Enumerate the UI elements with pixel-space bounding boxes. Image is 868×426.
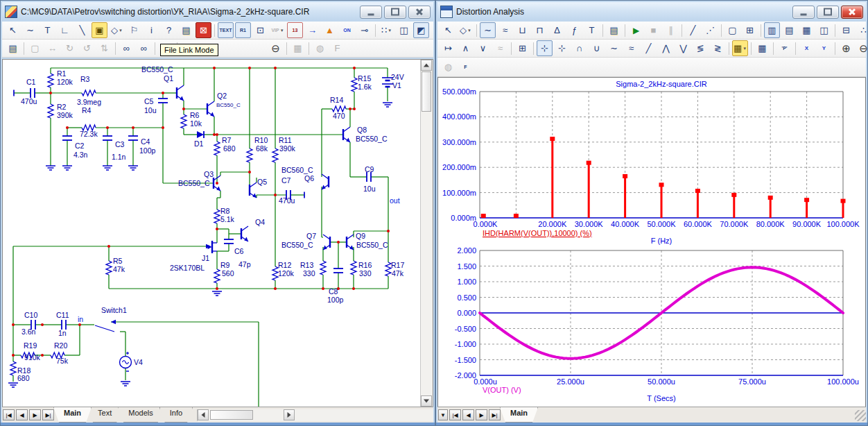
go-to-branch-icon[interactable]: ≈ [492,40,508,56]
condition-display-toggle-icon[interactable]: ON [339,22,355,38]
diagonal-wire-mode-icon[interactable]: ╲ [74,22,90,38]
nav-button-2[interactable]: ▶ [476,409,487,420]
inflection-cursor-icon[interactable]: ≶ [693,40,709,56]
low-cursor-icon[interactable]: ⋁ [675,40,691,56]
rotate-icon[interactable]: ↻ [62,40,78,56]
fourier-window-icon[interactable]: F [458,59,474,75]
formula-mode-icon[interactable]: ƒ [566,22,582,38]
text-display-toggle-icon[interactable]: TEXT [218,22,234,38]
browser-icon[interactable]: ◍ [312,40,328,56]
ortho-wire-mode-icon[interactable]: ∟ [57,22,73,38]
nav-button-0[interactable]: |◀ [3,409,15,420]
go-to-x-icon[interactable]: ↦ [440,40,456,56]
flag-mode-icon[interactable]: ⚐ [126,22,142,38]
shape-mode-icon[interactable]: ◇▼ [109,22,125,38]
nav-button-0[interactable]: |◀ [449,409,461,420]
minimize-button[interactable] [792,6,815,19]
info-mode-icon[interactable]: i [144,22,159,38]
page-dropdown-button[interactable]: ▼ [438,409,448,420]
slope-cursor-icon[interactable]: ╱ [641,40,657,56]
go-to-valley-icon[interactable]: ∨ [475,40,491,56]
vscroll-thumb[interactable] [422,71,431,112]
zoom-out-icon[interactable]: ⊖ [268,40,284,56]
select-box-mode-icon[interactable]: ▢ [724,22,740,38]
numeric-output-icon[interactable]: ▦ [754,40,770,56]
horizontal-tag-mode-icon[interactable]: ⊔ [514,22,530,38]
line-points-mode-icon[interactable]: ⋰ [702,22,718,38]
scroll-up-button[interactable] [421,60,432,71]
plot-group-3-icon[interactable]: ▦ [799,22,815,38]
minimize-button[interactable] [360,6,382,19]
pause-button-icon[interactable]: ∥ [663,22,679,38]
schematic-hscrollbar[interactable] [197,409,433,421]
browser-icon[interactable]: ◍ [440,59,456,75]
cursor-mode-icon[interactable]: ≈ [497,22,513,38]
tab-info[interactable]: Info [159,407,193,423]
grid-toggle-icon[interactable]: ∷▼ [379,22,394,38]
find-component-icon[interactable]: ∞ [119,40,134,56]
graph-paper-toggle-icon[interactable]: ⊞ [742,22,758,38]
region-enable-mode-icon[interactable]: ▤ [178,22,194,38]
cursor-left-icon[interactable]: ⊹ [537,40,553,56]
fall-cursor-icon[interactable]: ≈ [623,40,639,56]
schematic-canvas[interactable]: C1470uR1120kR2390kR33.9megR472.3kC24.3nC… [3,60,409,408]
slider-toggle-icon[interactable]: 13 [287,22,303,38]
high-cursor-icon[interactable]: ⋀ [658,40,674,56]
select-region-icon[interactable]: ▢ [27,40,43,56]
current-display-toggle-icon[interactable]: → [304,22,320,38]
scroll-down-button[interactable] [421,395,432,407]
nav-button-2[interactable]: ▶ [29,409,41,420]
hscroll-thumb[interactable] [210,410,253,420]
select-tool-icon[interactable]: ↖ [5,22,21,38]
text-mode-icon[interactable]: T [40,22,55,38]
cursor-mode-icon[interactable]: ◩ [413,22,429,38]
vip-toggle-icon[interactable]: VIP▼ [270,22,286,38]
wire-mode-icon[interactable]: ∼ [22,22,38,38]
font-tool-icon[interactable]: F [329,40,345,56]
select-tool-icon[interactable]: ↖ [440,22,456,38]
nav-button-3[interactable]: ▶| [42,409,54,420]
periodic-steady-state-icon[interactable]: 'P' [776,40,792,56]
shape-mode-icon[interactable]: ◇▼ [458,22,474,38]
pin-connection-toggle-icon[interactable]: ⊸ [356,22,372,38]
y-axis-scale-icon[interactable]: Y [816,40,832,56]
file-link-mode-icon[interactable]: ⊠ [196,22,211,38]
component-mode-icon[interactable]: ▣ [92,22,107,38]
find-icon[interactable]: ∞ [136,40,152,56]
help-mode-icon[interactable]: ? [161,22,177,38]
restore-button[interactable] [817,6,839,19]
line-mode-icon[interactable]: ╱ [685,22,701,38]
power-display-toggle-icon[interactable]: ▲ [322,22,338,38]
flip-vertical-icon[interactable]: ⇅ [96,40,112,56]
scroll-right-button[interactable] [284,409,295,420]
restore-button[interactable] [384,6,406,19]
peak-cursor-icon[interactable]: ∩ [571,40,587,56]
global-cursor-icon[interactable]: ≷ [710,40,726,56]
box-tool-icon[interactable]: ▦ [290,40,306,56]
flip-horizontal-icon[interactable]: ↔ [44,40,60,56]
plot-group-2-icon[interactable]: ▤ [781,22,797,38]
tab-text[interactable]: Text [87,407,122,423]
x-axis-scale-icon[interactable]: X [799,40,815,56]
run-button-icon[interactable]: ▶ [628,22,644,38]
zoom-out-icon[interactable]: ⊖ [856,40,868,56]
close-button[interactable] [841,6,863,19]
tab-main[interactable]: Main [53,407,92,423]
properties-button-icon[interactable]: ▤ [5,40,21,56]
go-to-peak-icon[interactable]: ∧ [458,40,474,56]
tab-main[interactable]: Main [500,407,538,423]
plot-group-1-icon[interactable]: ▥ [764,22,780,38]
resize-grip[interactable] [855,410,866,421]
plot-area[interactable]: Sigma-2_2kHz-square.CIR500.000m400.000m3… [438,78,867,408]
vertical-tag-mode-icon[interactable]: ⊓ [532,22,548,38]
text-mode-icon[interactable]: T [584,22,600,38]
schematic-vscrollbar[interactable] [420,60,433,407]
performance-tag-mode-icon[interactable]: ∆ [549,22,565,38]
waveform-buffer-icon[interactable]: ▦▼ [732,40,748,56]
rise-cursor-icon[interactable]: ∼ [606,40,622,56]
schematic-titlebar[interactable]: C:\MC9\DATA\Petrov\switching distortion\… [2,2,433,22]
nav-button-1[interactable]: ◀ [462,409,474,420]
nav-button-1[interactable]: ◀ [16,409,28,420]
analysis-titlebar[interactable]: Distortion Analysis [437,2,866,22]
cursor-right-icon[interactable]: ⊹ [554,40,570,56]
